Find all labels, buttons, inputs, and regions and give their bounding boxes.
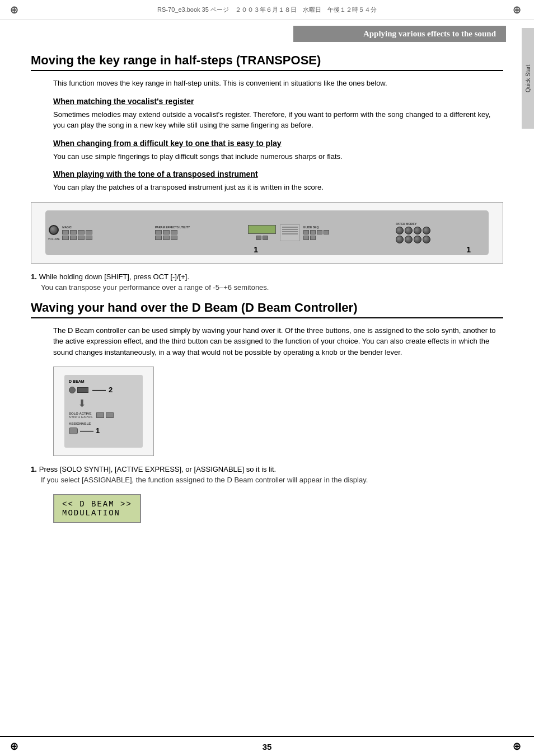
- reg-mark-bl: ⊕: [10, 740, 21, 752]
- hw-btn: [303, 230, 309, 234]
- sub2-heading: When changing from a difficult key to on…: [53, 139, 503, 148]
- step1-sub: You can transpose your performance over …: [41, 283, 503, 292]
- hw-btn: [163, 236, 170, 240]
- hw-knob: [405, 227, 413, 234]
- hw-btn: [62, 236, 69, 240]
- hw-btn: [171, 236, 177, 240]
- hw-btn: [78, 236, 85, 240]
- step1-text: While holding down [SHIFT], press OCT [-…: [39, 273, 189, 281]
- dbeam-panel: D BEAM —— 2 ⬇ SOLO ACTIVE: [64, 375, 143, 448]
- reg-mark-br: ⊕: [513, 740, 524, 752]
- section1-step1: 1.While holding down [SHIFT], press OCT …: [31, 273, 503, 292]
- section-dbeam: Waving your hand over the D Beam (D Beam…: [31, 300, 503, 529]
- hw-knob: [414, 227, 421, 234]
- file-info: RS-70_e3.book 35 ページ ２００３年６月１８日 水曜日 午後１２…: [22, 6, 512, 14]
- assignable-section: ASSIGNABLE —— 1: [69, 422, 138, 435]
- sub1-text: Sometimes melodies may extend outside a …: [53, 109, 503, 131]
- active-express-btn: [106, 412, 114, 418]
- dbeam-arrow-line: ——: [80, 427, 93, 435]
- page-number: 35: [263, 742, 272, 752]
- hand-wave-icon: ⬇: [78, 397, 138, 410]
- top-bar: ⊕ RS-70_e3.book 35 ページ ２００３年６月１８日 水曜日 午後…: [0, 0, 534, 20]
- sub2-text: You can use simple fingerings to play di…: [53, 151, 503, 162]
- section1-intro: This function moves the key range in hal…: [53, 78, 503, 89]
- reg-mark-tl: ⊕: [10, 4, 21, 15]
- sub3-text: You can play the patches of a transposed…: [53, 182, 503, 193]
- hw-label-1a: 1: [254, 245, 258, 254]
- footer: ⊕ 35 ⊕: [0, 736, 534, 756]
- header-section: Applying various effects to the sound: [0, 26, 534, 42]
- section2-intro: The D Beam controller can be used simply…: [53, 325, 503, 358]
- hw-btn: [70, 236, 77, 240]
- dbeam-num-2: 2: [109, 386, 113, 394]
- dbeam-title-label: D BEAM: [69, 379, 85, 383]
- sensor-rect: [77, 387, 88, 393]
- section1-title: Moving the key range in half-steps (TRAN…: [31, 53, 503, 71]
- hw-display: [248, 225, 276, 234]
- hardware-image-transpose: VOLUME MAGIC: [31, 202, 503, 264]
- hw-btn: [324, 230, 329, 234]
- dbeam-sensor-row: —— 2: [69, 386, 138, 394]
- section-transpose: Moving the key range in half-steps (TRAN…: [31, 53, 503, 292]
- assignable-btn: [69, 428, 78, 434]
- lcd-line1: << D BEAM >>: [62, 500, 132, 509]
- hw-knob: [396, 236, 404, 243]
- hw-btn: [303, 236, 309, 240]
- hw-btn: [155, 230, 162, 234]
- hw-knob: [414, 236, 421, 243]
- hw-btn: [310, 230, 316, 234]
- hw-btn: [70, 230, 77, 234]
- dbeam-step1-num: 1.: [31, 465, 37, 473]
- hw-btn: [155, 236, 162, 240]
- hw-btn: [86, 230, 92, 234]
- solo-labels: SOLO ACTIVE SYNTH EXPRS: [69, 412, 92, 419]
- hw-btn: [317, 230, 322, 234]
- dbeam-buttons: SOLO ACTIVE SYNTH EXPRS ASSIGNABLE ——: [69, 412, 138, 435]
- hw-btn: [256, 236, 261, 240]
- hw-knob: [423, 236, 430, 243]
- main-content: Moving the key range in half-steps (TRAN…: [0, 42, 534, 540]
- header-title-bar: Applying various effects to the sound: [293, 26, 506, 42]
- solo-btns: [96, 412, 114, 418]
- volume-knob: [49, 225, 59, 235]
- hw-knob: [396, 227, 404, 234]
- dbeam-step1-text: Press [SOLO SYNTH], [ACTIVE EXPRESS], or…: [39, 465, 276, 473]
- section2-title: Waving your hand over the D Beam (D Beam…: [31, 300, 503, 318]
- hw-btn: [310, 236, 316, 240]
- sub3-heading: When playing with the tone of a transpos…: [53, 170, 503, 179]
- dbeam-hardware-image: D BEAM —— 2 ⬇ SOLO ACTIVE: [53, 367, 154, 456]
- assignable-label: ASSIGNABLE: [69, 422, 138, 425]
- lcd-display: << D BEAM >> MODULATION: [53, 494, 141, 523]
- lcd-line2: MODULATION: [62, 509, 132, 518]
- dbeam-arrow-2: ——: [92, 386, 106, 394]
- hw-knob: [423, 227, 430, 234]
- hw-btn: [62, 230, 69, 234]
- dbeam-num-1: 1: [96, 426, 100, 435]
- dbeam-title-row: D BEAM: [69, 379, 138, 383]
- reg-mark-tr: ⊕: [513, 4, 524, 15]
- dbeam-step1-sub: If you select [ASSIGNABLE], the function…: [41, 476, 503, 484]
- hw-btn: [171, 230, 177, 234]
- hw-btn: [78, 230, 85, 234]
- section2-step1: 1.Press [SOLO SYNTH], [ACTIVE EXPRESS], …: [31, 465, 503, 484]
- solo-synth-btn: [96, 412, 104, 418]
- hw-label-1b: 1: [466, 245, 471, 254]
- hw-btn: [263, 236, 268, 240]
- hw-btn: [163, 230, 170, 234]
- header-title: Applying various effects to the sound: [363, 29, 496, 38]
- hw-btn: [86, 236, 92, 240]
- step1-num: 1.: [31, 273, 37, 281]
- solo-sublabel: SYNTH EXPRS: [69, 415, 92, 419]
- solo-active-row: SOLO ACTIVE SYNTH EXPRS: [69, 412, 138, 419]
- sensor-circle-1: [69, 387, 76, 393]
- assignable-row: —— 1: [69, 426, 138, 435]
- hw-knob: [405, 236, 413, 243]
- sub1-heading: When matching the vocalist's register: [53, 97, 503, 106]
